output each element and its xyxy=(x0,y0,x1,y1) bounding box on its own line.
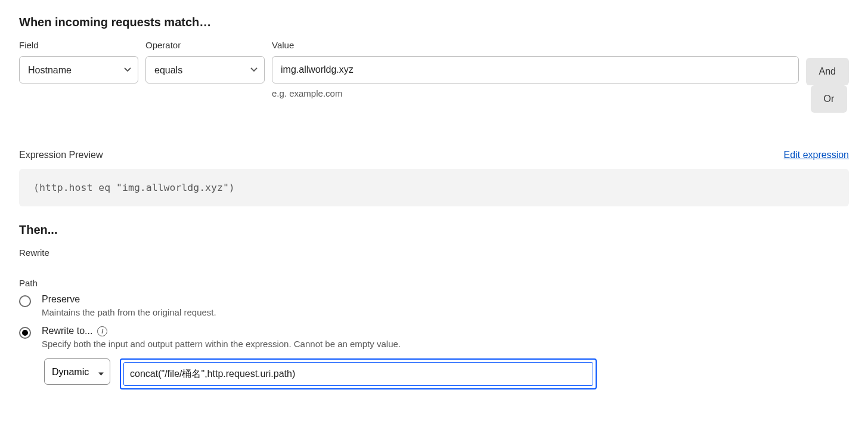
value-input[interactable] xyxy=(272,56,799,84)
rewrite-action-label: Rewrite xyxy=(19,248,849,258)
operator-column-label: Operator xyxy=(145,40,265,50)
operator-select[interactable]: equals xyxy=(145,56,265,84)
radio-rewrite[interactable] xyxy=(19,327,31,339)
info-icon[interactable]: i xyxy=(97,326,107,336)
section-then-title: Then... xyxy=(19,223,849,237)
radio-rewrite-title: Rewrite to... xyxy=(42,326,92,336)
expression-preview-label: Expression Preview xyxy=(19,150,103,160)
or-button[interactable]: Or xyxy=(811,85,848,113)
edit-expression-link[interactable]: Edit expression xyxy=(784,150,849,160)
radio-preserve-title: Preserve xyxy=(42,294,216,305)
field-select[interactable]: Hostname xyxy=(19,56,138,84)
rule-row: Field Hostname Operator equals Value e.g… xyxy=(19,40,849,113)
radio-rewrite-desc: Specify both the input and output patter… xyxy=(42,339,401,349)
path-section-label: Path xyxy=(19,278,849,288)
value-hint: e.g. example.com xyxy=(272,88,799,98)
field-column-label: Field xyxy=(19,40,138,50)
rewrite-expression-frame xyxy=(120,358,597,389)
rewrite-expression-input[interactable] xyxy=(123,362,593,386)
rewrite-mode-select[interactable]: Dynamic xyxy=(44,358,110,385)
section-match-title: When incoming requests match… xyxy=(19,16,849,29)
and-button[interactable]: And xyxy=(806,58,849,85)
expression-preview-code: (http.host eq "img.allworldg.xyz") xyxy=(19,169,849,206)
radio-preserve-desc: Maintains the path from the original req… xyxy=(42,307,216,317)
radio-preserve[interactable] xyxy=(19,295,31,307)
value-column-label: Value xyxy=(272,40,799,50)
